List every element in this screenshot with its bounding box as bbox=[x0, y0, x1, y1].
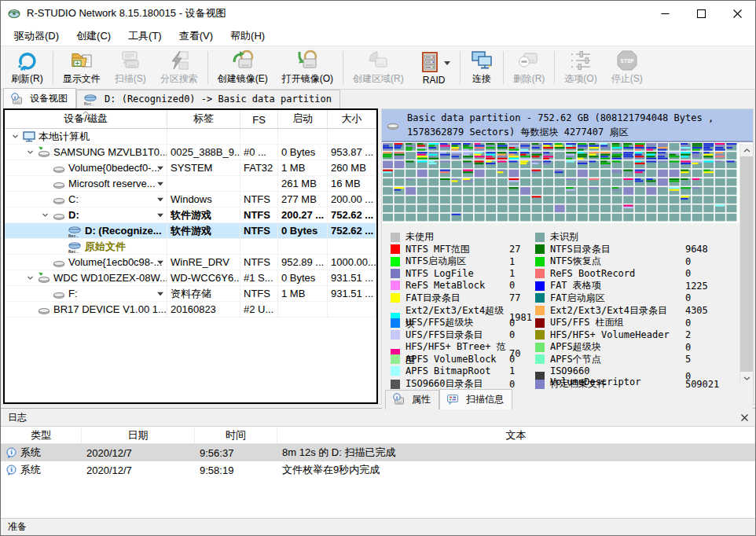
scrollbar-thumb[interactable] bbox=[740, 156, 753, 372]
expand-chevron-icon[interactable] bbox=[8, 133, 23, 140]
view-tabs: i设备视图Rec.D: (Recognized0) -> Basic data … bbox=[1, 90, 755, 108]
device-cell-标签: Windows bbox=[167, 192, 240, 207]
device-name: WDC WD10EZEX-08W... bbox=[53, 272, 167, 284]
legend-label: 特定档案文件 bbox=[550, 377, 685, 391]
device-cell-大小: 752.62 ... bbox=[328, 223, 376, 238]
device-row[interactable]: Rec.D: (Recognize...软件游戏NTFS0 Bytes752.6… bbox=[5, 223, 376, 239]
column-header-4[interactable]: 大小 bbox=[328, 110, 376, 128]
legend-count: 1 bbox=[509, 268, 532, 279]
legend-item: HFS/HFS+ BTree+ 范围70 bbox=[391, 340, 532, 353]
legend-item: UFS/FFS 柱面组0 bbox=[535, 316, 719, 329]
device-row[interactable]: D:软件游戏NTFS200.27 ...752.62 ... bbox=[5, 207, 376, 223]
row-dropdown-icon[interactable] bbox=[157, 292, 163, 296]
info-balloon-icon: i bbox=[6, 464, 17, 476]
toolbar-button-show-files[interactable]: 显示文件 bbox=[56, 47, 108, 88]
device-cell-标签: WD-WCC6Y6... bbox=[167, 270, 240, 285]
legend-label: ReFS BootRecord bbox=[550, 268, 685, 279]
device-row[interactable]: BR17 DEVICE V1.00 1....20160823#2 U... bbox=[5, 302, 376, 318]
menu-item-2[interactable]: 工具(T) bbox=[119, 27, 171, 46]
log-close-icon[interactable] bbox=[741, 414, 748, 421]
expand-chevron-icon[interactable] bbox=[23, 149, 38, 156]
maximize-button[interactable] bbox=[683, 1, 719, 26]
scroll-up-icon[interactable] bbox=[740, 144, 753, 156]
device-row[interactable]: Volume{1ecb0c98-...WinRE_DRVNTFS952.89 .… bbox=[5, 255, 376, 270]
raid-dropdown-icon[interactable] bbox=[444, 57, 450, 68]
device-row[interactable]: Volume{0bedecf0-...SYSTEMFAT321 MB260 MB bbox=[5, 160, 376, 176]
legend-item: 特定档案文件509021 bbox=[535, 377, 719, 390]
column-header-3[interactable]: 启动 bbox=[278, 110, 328, 128]
sort-asc-icon bbox=[83, 111, 90, 115]
view-tab-1[interactable]: Rec.D: (Recognized0) -> Basic data parti… bbox=[76, 90, 340, 108]
device-row[interactable]: Rec.原始文件 bbox=[5, 239, 376, 255]
svg-text:i: i bbox=[396, 395, 398, 401]
device-row[interactable]: Microsoft reserve...261 MB16 MB bbox=[5, 176, 376, 192]
log-column-header-1[interactable]: 日期 bbox=[82, 427, 195, 443]
menu-item-0[interactable]: 驱动器(D) bbox=[6, 27, 68, 46]
menu-item-4[interactable]: 帮助(H) bbox=[222, 27, 273, 46]
sector-map-canvas[interactable] bbox=[383, 143, 738, 222]
minimize-button[interactable] bbox=[647, 1, 683, 26]
row-dropdown-icon[interactable] bbox=[157, 166, 163, 170]
stop-icon: STOP bbox=[615, 49, 639, 72]
column-header-1[interactable]: 标签 bbox=[167, 110, 240, 128]
row-dropdown-icon[interactable] bbox=[157, 213, 163, 217]
legend-item: NTFS启动扇区1 bbox=[391, 255, 532, 267]
toolbar-separator bbox=[207, 51, 208, 84]
toolbar-button-partition-search: 分区搜索 bbox=[153, 47, 205, 88]
device-cell-标签: 软件游戏 bbox=[167, 207, 240, 222]
device-cell-FS bbox=[240, 129, 278, 144]
toolbar-button-label: 连接 bbox=[472, 72, 491, 86]
toolbar-separator bbox=[503, 51, 504, 84]
device-row[interactable]: 本地计算机 bbox=[5, 129, 376, 145]
legend-swatch bbox=[391, 366, 400, 376]
log-column-header-3[interactable]: 文本 bbox=[277, 427, 755, 443]
svg-text:Rec.: Rec. bbox=[68, 233, 79, 237]
svg-text:i: i bbox=[14, 94, 16, 100]
log-row[interactable]: i系统2020/12/79:58:19文件枚举在9秒内完成 bbox=[1, 461, 755, 479]
legend-count: 9648 bbox=[685, 244, 719, 255]
device-row[interactable]: WDC WD10EZEX-08W...WD-WCC6Y6...#1 S...0 … bbox=[5, 270, 376, 286]
toolbar-button-connect[interactable]: 连接 bbox=[463, 47, 501, 88]
device-cell-大小: 752.62 ... bbox=[328, 207, 376, 222]
device-row[interactable]: F:资料存储NTFS1 MB931.51 ... bbox=[5, 286, 376, 302]
toolbar-button-create-image[interactable]: 创建镜像(E) bbox=[211, 47, 275, 88]
legend-swatch bbox=[535, 343, 545, 352]
expand-chevron-icon[interactable] bbox=[23, 274, 38, 281]
scroll-down-icon[interactable] bbox=[740, 372, 753, 384]
scan-tab-0[interactable]: i属性 bbox=[385, 390, 439, 409]
legend-label: 未使用 bbox=[406, 230, 509, 244]
row-dropdown-icon[interactable] bbox=[157, 182, 163, 185]
log-column-header-2[interactable]: 时间 bbox=[195, 427, 277, 443]
scan-tab-1[interactable]: 扫描信息 bbox=[439, 389, 512, 409]
create-image-icon bbox=[231, 49, 255, 72]
toolbar-button-refresh[interactable]: 刷新(R) bbox=[4, 47, 50, 88]
toolbar-button-raid[interactable]: RAID bbox=[411, 47, 457, 88]
row-dropdown-icon[interactable] bbox=[157, 260, 163, 264]
row-dropdown-icon[interactable] bbox=[157, 197, 163, 201]
legend-item: UFS/FFS目录条目0 bbox=[391, 329, 532, 341]
refresh-icon bbox=[15, 49, 39, 72]
log-type: 系统 bbox=[20, 446, 41, 460]
toolbar-button-label: 选项(O) bbox=[564, 72, 596, 86]
close-button[interactable] bbox=[719, 1, 755, 26]
column-header-0[interactable]: 设备/磁盘 bbox=[5, 110, 167, 128]
toolbar-button-open-image[interactable]: 打开镜像(O) bbox=[275, 47, 340, 88]
column-header-2[interactable]: FS bbox=[240, 110, 278, 128]
view-tab-0[interactable]: i设备视图 bbox=[3, 88, 76, 108]
log-column-header-0[interactable]: 类型 bbox=[1, 427, 82, 443]
rec-disk-icon: Rec. bbox=[83, 93, 97, 105]
device-row[interactable]: C:WindowsNTFS277 MB200.00 ... bbox=[5, 192, 376, 207]
menu-item-3[interactable]: 查看(V) bbox=[171, 27, 222, 46]
disk-icon bbox=[53, 256, 65, 269]
legend-swatch bbox=[535, 380, 545, 389]
status-text: 准备 bbox=[8, 520, 27, 534]
menu-item-1[interactable]: 创建(C) bbox=[68, 27, 119, 46]
device-row[interactable]: SAMSUNG MZVLB1T0...0025_388B_9...#0 ...0… bbox=[5, 145, 376, 160]
expand-chevron-icon[interactable] bbox=[38, 211, 53, 218]
legend-item: APFS个节点5 bbox=[535, 353, 719, 365]
legend-item: Ext2/Ext3/Ext4超级块1981 bbox=[391, 304, 532, 317]
device-cell-大小 bbox=[328, 239, 376, 254]
scrollbar-vertical[interactable] bbox=[739, 144, 753, 384]
legend-swatch bbox=[535, 269, 545, 278]
log-row[interactable]: i系统2020/12/79:56:378m 12s 的 D: 扫描已完成 bbox=[1, 444, 755, 461]
